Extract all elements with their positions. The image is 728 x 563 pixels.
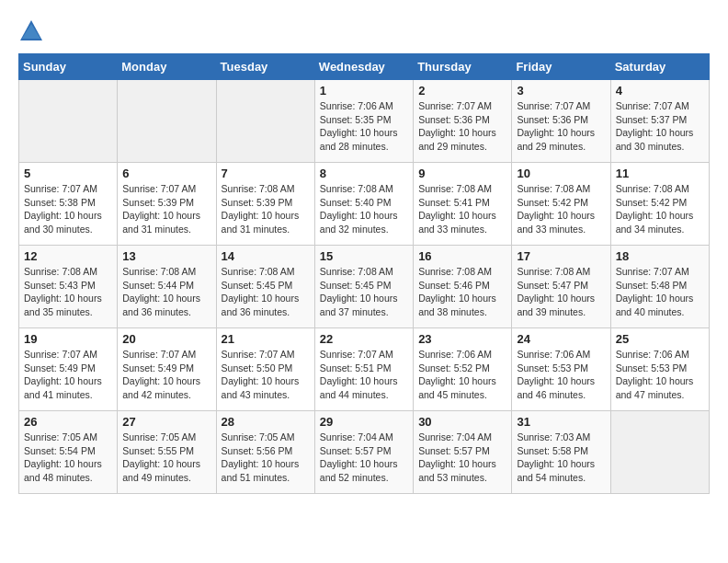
day-info: Sunrise: 7:08 AMSunset: 5:42 PMDaylight:… [616, 182, 704, 236]
day-number: 15 [320, 249, 408, 263]
day-info: Sunrise: 7:07 AMSunset: 5:50 PMDaylight:… [222, 348, 310, 402]
day-number: 8 [320, 167, 408, 180]
calendar-cell: 7Sunrise: 7:08 AMSunset: 5:39 PMDaylight… [216, 163, 314, 246]
day-number: 29 [320, 415, 408, 429]
calendar-cell: 25Sunrise: 7:06 AMSunset: 5:53 PMDayligh… [610, 328, 709, 411]
calendar-cell: 2Sunrise: 7:07 AMSunset: 5:36 PMDaylight… [414, 80, 512, 163]
day-number: 5 [24, 167, 112, 180]
calendar-table: SundayMondayTuesdayWednesdayThursdayFrid… [18, 53, 710, 494]
day-info: Sunrise: 7:08 AMSunset: 5:40 PMDaylight:… [320, 182, 408, 236]
day-number: 3 [517, 84, 605, 98]
calendar-cell [216, 80, 314, 163]
calendar-cell: 28Sunrise: 7:05 AMSunset: 5:56 PMDayligh… [216, 411, 314, 494]
day-number: 7 [222, 167, 310, 180]
day-info: Sunrise: 7:08 AMSunset: 5:45 PMDaylight:… [222, 265, 310, 319]
calendar-cell: 12Sunrise: 7:08 AMSunset: 5:43 PMDayligh… [19, 246, 118, 328]
day-info: Sunrise: 7:08 AMSunset: 5:39 PMDaylight:… [222, 182, 310, 236]
day-number: 25 [616, 332, 704, 346]
calendar-cell: 26Sunrise: 7:05 AMSunset: 5:54 PMDayligh… [19, 411, 118, 494]
day-info: Sunrise: 7:08 AMSunset: 5:43 PMDaylight:… [24, 265, 112, 319]
calendar-cell: 21Sunrise: 7:07 AMSunset: 5:50 PMDayligh… [216, 328, 314, 411]
day-number: 12 [24, 249, 112, 263]
day-number: 14 [222, 249, 310, 263]
calendar-cell: 22Sunrise: 7:07 AMSunset: 5:51 PMDayligh… [314, 328, 413, 411]
calendar-week-row: 5Sunrise: 7:07 AMSunset: 5:38 PMDaylight… [19, 163, 710, 246]
calendar-cell: 31Sunrise: 7:03 AMSunset: 5:58 PMDayligh… [512, 411, 610, 494]
calendar-cell: 4Sunrise: 7:07 AMSunset: 5:37 PMDaylight… [610, 80, 709, 163]
calendar-cell: 18Sunrise: 7:07 AMSunset: 5:48 PMDayligh… [610, 246, 709, 328]
logo [18, 18, 48, 44]
day-number: 27 [122, 415, 210, 429]
day-info: Sunrise: 7:07 AMSunset: 5:51 PMDaylight:… [320, 348, 408, 402]
calendar-cell: 15Sunrise: 7:08 AMSunset: 5:45 PMDayligh… [314, 246, 413, 328]
calendar-cell: 27Sunrise: 7:05 AMSunset: 5:55 PMDayligh… [118, 411, 216, 494]
day-info: Sunrise: 7:07 AMSunset: 5:49 PMDaylight:… [122, 348, 210, 402]
day-number: 10 [517, 167, 605, 180]
day-number: 17 [517, 249, 605, 263]
day-info: Sunrise: 7:08 AMSunset: 5:45 PMDaylight:… [320, 265, 408, 319]
day-info: Sunrise: 7:03 AMSunset: 5:58 PMDaylight:… [517, 431, 605, 485]
calendar-cell: 1Sunrise: 7:06 AMSunset: 5:35 PMDaylight… [314, 80, 413, 163]
day-number: 11 [616, 167, 704, 180]
calendar-cell: 5Sunrise: 7:07 AMSunset: 5:38 PMDaylight… [19, 163, 118, 246]
calendar-cell: 11Sunrise: 7:08 AMSunset: 5:42 PMDayligh… [610, 163, 709, 246]
calendar-week-row: 19Sunrise: 7:07 AMSunset: 5:49 PMDayligh… [19, 328, 710, 411]
calendar-cell: 13Sunrise: 7:08 AMSunset: 5:44 PMDayligh… [118, 246, 216, 328]
calendar-cell [19, 80, 118, 163]
day-number: 24 [517, 332, 605, 346]
calendar-cell: 24Sunrise: 7:06 AMSunset: 5:53 PMDayligh… [512, 328, 610, 411]
day-info: Sunrise: 7:06 AMSunset: 5:35 PMDaylight:… [320, 99, 408, 154]
calendar-cell: 8Sunrise: 7:08 AMSunset: 5:40 PMDaylight… [314, 163, 413, 246]
calendar-cell: 23Sunrise: 7:06 AMSunset: 5:52 PMDayligh… [414, 328, 512, 411]
calendar-cell: 20Sunrise: 7:07 AMSunset: 5:49 PMDayligh… [118, 328, 216, 411]
day-info: Sunrise: 7:08 AMSunset: 5:42 PMDaylight:… [517, 182, 605, 236]
day-number: 23 [418, 332, 506, 346]
day-info: Sunrise: 7:08 AMSunset: 5:47 PMDaylight:… [517, 265, 605, 319]
day-number: 20 [122, 332, 210, 346]
day-number: 13 [122, 249, 210, 263]
day-info: Sunrise: 7:06 AMSunset: 5:52 PMDaylight:… [418, 348, 506, 402]
header-day: Wednesday [314, 54, 413, 80]
header-day: Friday [512, 54, 610, 80]
calendar-cell: 3Sunrise: 7:07 AMSunset: 5:36 PMDaylight… [512, 80, 610, 163]
day-number: 31 [517, 415, 605, 429]
calendar-week-row: 26Sunrise: 7:05 AMSunset: 5:54 PMDayligh… [19, 411, 710, 494]
day-number: 1 [320, 84, 408, 98]
day-info: Sunrise: 7:04 AMSunset: 5:57 PMDaylight:… [418, 431, 506, 485]
logo-icon [18, 18, 44, 44]
day-number: 9 [418, 167, 506, 180]
day-number: 21 [222, 332, 310, 346]
day-info: Sunrise: 7:06 AMSunset: 5:53 PMDaylight:… [616, 348, 704, 402]
day-info: Sunrise: 7:08 AMSunset: 5:41 PMDaylight:… [418, 182, 506, 236]
calendar-cell: 30Sunrise: 7:04 AMSunset: 5:57 PMDayligh… [414, 411, 512, 494]
calendar-week-row: 12Sunrise: 7:08 AMSunset: 5:43 PMDayligh… [19, 246, 710, 328]
header-day: Monday [118, 54, 216, 80]
header-day: Thursday [414, 54, 512, 80]
day-number: 19 [24, 332, 112, 346]
calendar-cell: 6Sunrise: 7:07 AMSunset: 5:39 PMDaylight… [118, 163, 216, 246]
header-day: Saturday [610, 54, 709, 80]
day-info: Sunrise: 7:04 AMSunset: 5:57 PMDaylight:… [320, 431, 408, 485]
day-info: Sunrise: 7:07 AMSunset: 5:39 PMDaylight:… [122, 182, 210, 236]
day-info: Sunrise: 7:08 AMSunset: 5:44 PMDaylight:… [122, 265, 210, 319]
calendar-header: SundayMondayTuesdayWednesdayThursdayFrid… [19, 54, 710, 80]
day-info: Sunrise: 7:07 AMSunset: 5:48 PMDaylight:… [616, 265, 704, 319]
day-info: Sunrise: 7:07 AMSunset: 5:37 PMDaylight:… [616, 99, 704, 154]
day-info: Sunrise: 7:07 AMSunset: 5:36 PMDaylight:… [517, 99, 605, 154]
calendar-week-row: 1Sunrise: 7:06 AMSunset: 5:35 PMDaylight… [19, 80, 710, 163]
header-day: Tuesday [216, 54, 314, 80]
day-info: Sunrise: 7:06 AMSunset: 5:53 PMDaylight:… [517, 348, 605, 402]
day-number: 6 [122, 167, 210, 180]
day-info: Sunrise: 7:08 AMSunset: 5:46 PMDaylight:… [418, 265, 506, 319]
calendar-cell: 10Sunrise: 7:08 AMSunset: 5:42 PMDayligh… [512, 163, 610, 246]
page-header [18, 18, 710, 44]
day-info: Sunrise: 7:05 AMSunset: 5:56 PMDaylight:… [222, 431, 310, 485]
day-info: Sunrise: 7:07 AMSunset: 5:36 PMDaylight:… [418, 99, 506, 154]
day-number: 28 [222, 415, 310, 429]
calendar-cell: 19Sunrise: 7:07 AMSunset: 5:49 PMDayligh… [19, 328, 118, 411]
calendar-cell [610, 411, 709, 494]
calendar-cell: 9Sunrise: 7:08 AMSunset: 5:41 PMDaylight… [414, 163, 512, 246]
calendar-cell [118, 80, 216, 163]
day-number: 4 [616, 84, 704, 98]
day-number: 26 [24, 415, 112, 429]
